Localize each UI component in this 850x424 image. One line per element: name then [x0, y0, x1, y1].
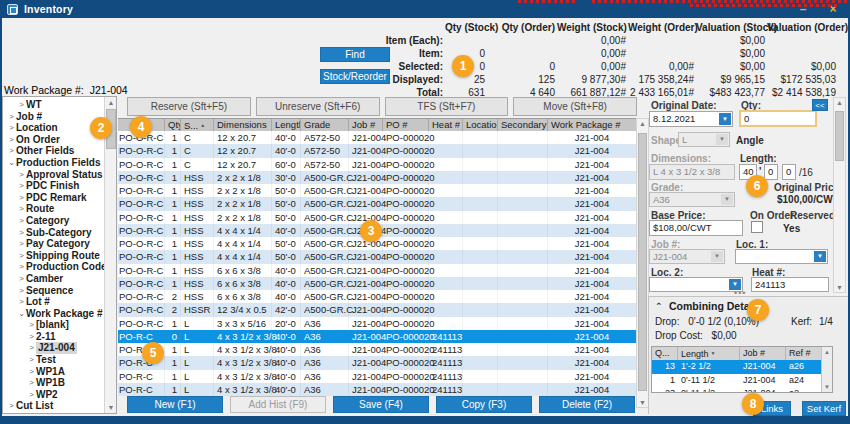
table-row[interactable]: PO-O-R-C1HSS6 x 6 x 3/840'-0A500-GR.CJ21…	[118, 264, 637, 277]
chevron-right-icon[interactable]: >	[17, 99, 26, 111]
chevron-right-icon[interactable]: >	[27, 342, 36, 354]
chevron-right-icon[interactable]: >	[7, 122, 16, 134]
scroll-up-icon[interactable]: ▲	[834, 99, 845, 106]
delete-button[interactable]: Delete (F2)	[539, 396, 635, 413]
scroll-up-icon[interactable]: ▲	[105, 97, 117, 108]
grade-select[interactable]: A36 ▼	[649, 192, 735, 207]
stock-reorder-button[interactable]: Stock/Reorder	[320, 69, 390, 84]
chevron-right-icon[interactable]: >	[17, 203, 26, 215]
sidebar-item-job-[interactable]: >Job #	[4, 111, 104, 123]
chevron-right-icon[interactable]: >	[7, 134, 16, 146]
chevron-down-icon[interactable]: ⌄	[7, 157, 16, 169]
sidebar-item-sub-category[interactable]: >Sub-Category	[4, 227, 104, 239]
combining-col-header[interactable]: Q...	[652, 347, 678, 360]
chevron-right-icon[interactable]: >	[27, 331, 36, 343]
sidebar-item-work-package-[interactable]: ⌄Work Package #	[4, 308, 104, 320]
reserve-action-button[interactable]: Unreserve (Sft+F6)	[256, 97, 380, 116]
table-row[interactable]: PO-O-R-C1HSS4 x 4 x 1/450'-0A500-GR.CJ21…	[118, 250, 637, 263]
chevron-right-icon[interactable]: >	[17, 180, 26, 192]
reserve-action-button[interactable]: Reserve (Sft+F5)	[127, 97, 251, 116]
scroll-down-icon[interactable]: ▼	[822, 382, 832, 392]
combining-col-header[interactable]: Length▼	[678, 347, 740, 360]
chevron-right-icon[interactable]: >	[7, 400, 16, 411]
combining-col-header[interactable]: Job #	[740, 347, 786, 360]
table-row[interactable]: PO-R-C1L4 x 3 1/2 x 3/840'-0A36J21-004PO…	[118, 370, 637, 383]
table-row[interactable]: PO-R-C0L4 x 3 1/2 x 3/840'-0A36J21-004PO…	[118, 330, 637, 343]
sidebar-item-test[interactable]: >Test	[4, 354, 104, 366]
scroll-up-icon[interactable]: ▲	[637, 120, 648, 127]
sidebar-item-sequence[interactable]: >Sequence	[4, 285, 104, 297]
scrollbar-thumb[interactable]	[835, 111, 844, 161]
chevron-down-icon[interactable]: ▼	[814, 251, 826, 262]
combining-table-row[interactable]: 131'-2 1/2J21-004a26	[652, 360, 832, 374]
sidebar-item-cut-list[interactable]: >Cut List	[4, 400, 104, 411]
shape-select[interactable]: L ▼	[678, 132, 730, 147]
sidebar-item-wp1a[interactable]: >WP1A	[4, 366, 104, 378]
scroll-down-icon[interactable]: ▼	[834, 284, 845, 291]
qty-input[interactable]: 0	[739, 110, 817, 127]
chevron-right-icon[interactable]: >	[17, 296, 26, 308]
chevron-right-icon[interactable]: >	[17, 285, 26, 297]
table-row[interactable]: PO-O-R-C1C12 x 20.740'-0A572-50J21-004PO…	[118, 144, 637, 157]
combining-col-header[interactable]: Ref #	[786, 347, 822, 360]
sidebar-item-lot-[interactable]: >Lot #	[4, 296, 104, 308]
sidebar-item-wt[interactable]: >WT	[4, 99, 104, 111]
chevron-right-icon[interactable]: >	[27, 366, 36, 378]
sidebar-item-2-11[interactable]: >2-11	[4, 331, 104, 343]
table-row[interactable]: PO-O-R-C1C12 x 20.740'-0A572-50J21-004PO…	[118, 131, 637, 144]
new-button[interactable]: New (F1)	[127, 396, 223, 413]
sidebar-item-j21-004[interactable]: >J21-004	[4, 342, 104, 354]
sidebar-item-approval-status[interactable]: >Approval Status	[4, 169, 104, 181]
chevron-right-icon[interactable]: >	[17, 227, 26, 239]
chevron-right-icon[interactable]: >	[17, 250, 26, 262]
chevron-right-icon[interactable]: >	[17, 169, 26, 181]
combining-table-scrollbar[interactable]: ▲ ▼	[821, 347, 832, 392]
loc2-select[interactable]: ▼	[649, 277, 743, 292]
combining-table-row[interactable]: 230'-11 1/2J21-004a2	[652, 387, 832, 393]
chevron-right-icon[interactable]: >	[17, 273, 26, 285]
chevron-right-icon[interactable]: >	[7, 145, 16, 157]
base-price-input[interactable]: $108,00/CWT	[649, 220, 743, 236]
table-row[interactable]: PO-R-C1L4 x 3 1/2 x 3/840'-0A36J21-004PO…	[118, 383, 637, 396]
job-select[interactable]: J21-004 ▼	[649, 249, 725, 264]
sidebar-scrollbar[interactable]: ▲ ▼	[104, 97, 116, 413]
scroll-up-icon[interactable]: ▲	[822, 347, 832, 357]
original-date-input[interactable]: 8.12.2021 ▼	[649, 111, 733, 127]
chevron-right-icon[interactable]: >	[27, 389, 36, 401]
sidebar-item-wp2[interactable]: >WP2	[4, 389, 104, 401]
reserve-action-button[interactable]: Move (Sft+F8)	[513, 97, 637, 116]
table-row[interactable]: PO-O-R-C2HSS6 x 6 x 3/840'-0A500-GR.CJ21…	[118, 290, 637, 303]
length-inch-input[interactable]: 0	[764, 164, 778, 180]
collapse-panel-button[interactable]: <<	[812, 99, 828, 111]
table-row[interactable]: PO-O-R-C1C12 x 20.760'-0A572-50J21-004PO…	[118, 158, 637, 171]
chevron-right-icon[interactable]: >	[27, 377, 36, 389]
sidebar-item-category[interactable]: >Category	[4, 215, 104, 227]
chevron-right-icon[interactable]: >	[17, 192, 26, 204]
sidebar-item-pdc-remark[interactable]: >PDC Remark	[4, 192, 104, 204]
scrollbar-thumb[interactable]	[638, 133, 647, 391]
scroll-down-icon[interactable]: ▼	[105, 402, 117, 413]
sidebar-item-wp1b[interactable]: >WP1B	[4, 377, 104, 389]
chevron-right-icon[interactable]: >	[17, 261, 26, 273]
chevron-right-icon[interactable]: >	[27, 319, 36, 331]
chevron-right-icon[interactable]: >	[17, 215, 26, 227]
sidebar-item-camber[interactable]: >Camber	[4, 273, 104, 285]
sidebar-item-location[interactable]: >Location	[4, 122, 104, 134]
table-row[interactable]: PO-O-R-C1HSS2 x 2 x 1/830'-0A500-GR.CJ21…	[118, 171, 637, 184]
sidebar-item-production-code[interactable]: >Production Code	[4, 261, 104, 273]
loc1-select[interactable]: ▼	[735, 249, 828, 264]
copy-button[interactable]: Copy (F3)	[436, 396, 532, 413]
on-order-checkbox[interactable]	[751, 221, 763, 233]
collapse-section-icon[interactable]: ⌃	[655, 301, 663, 311]
reserve-action-button[interactable]: TFS (Sft+F7)	[385, 97, 509, 116]
sidebar-item-other-fields[interactable]: >Other Fields	[4, 145, 104, 157]
table-row[interactable]: PO-O-R-C1HSS2 x 2 x 1/850'-0A500-GR.CJ21…	[118, 184, 637, 197]
chevron-right-icon[interactable]: >	[27, 354, 36, 366]
heat-input[interactable]: 241113	[751, 277, 829, 292]
length-frac-input[interactable]: 0	[782, 164, 796, 180]
find-button[interactable]: Find	[320, 47, 390, 62]
table-row[interactable]: PO-R-C1L4 x 3 1/2 x 3/840'-0A36J21-004PO…	[118, 343, 637, 356]
sidebar-item-shipping-route[interactable]: >Shipping Route	[4, 250, 104, 262]
sidebar-item-production-fields[interactable]: ⌄Production Fields	[4, 157, 104, 169]
table-row[interactable]: PO-O-R-C1L3 x 3 x 5/1620'-0A36J21-004PO-…	[118, 317, 637, 330]
